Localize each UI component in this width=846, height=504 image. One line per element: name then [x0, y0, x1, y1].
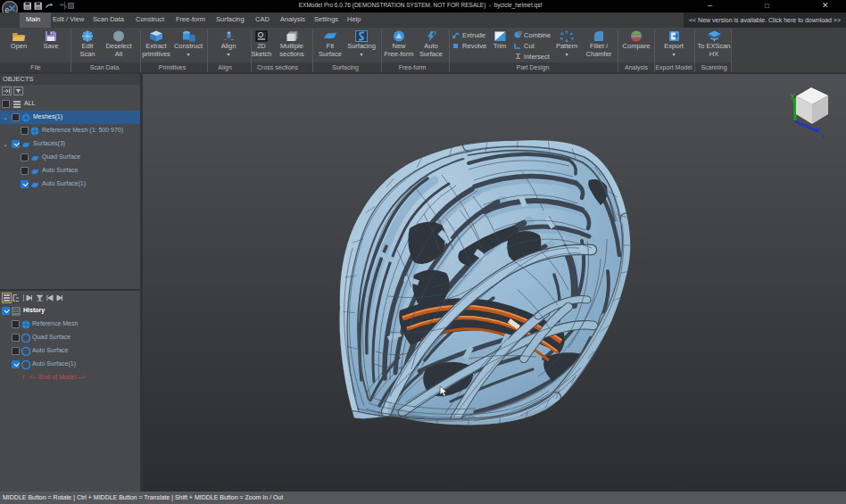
- svg-text:z: z: [821, 132, 825, 140]
- svg-text:y: y: [791, 91, 794, 99]
